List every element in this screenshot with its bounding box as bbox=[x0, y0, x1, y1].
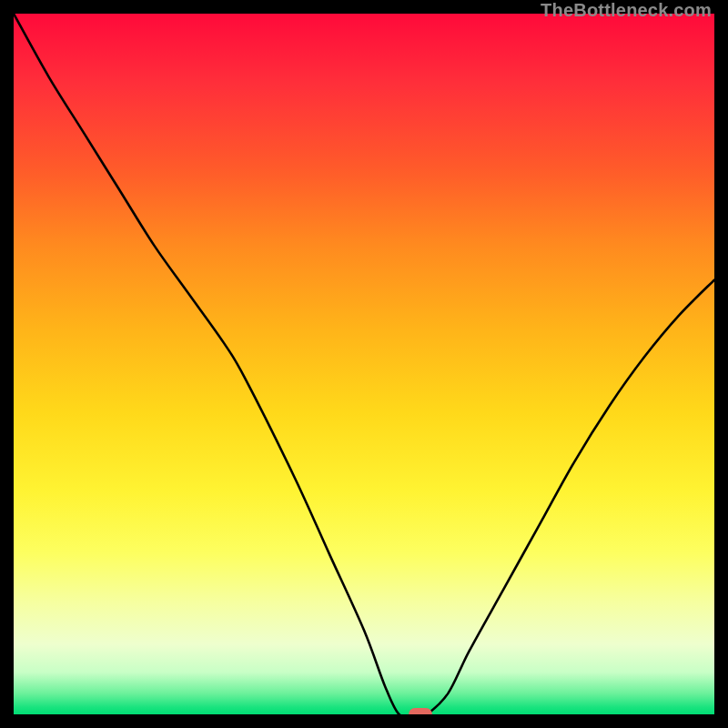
chart-frame: TheBottleneck.com bbox=[0, 0, 728, 728]
plot-area bbox=[14, 14, 714, 714]
bottleneck-curve bbox=[14, 14, 714, 714]
curve-layer bbox=[14, 14, 714, 714]
optimum-marker bbox=[409, 708, 432, 714]
watermark-text: TheBottleneck.com bbox=[541, 0, 712, 21]
